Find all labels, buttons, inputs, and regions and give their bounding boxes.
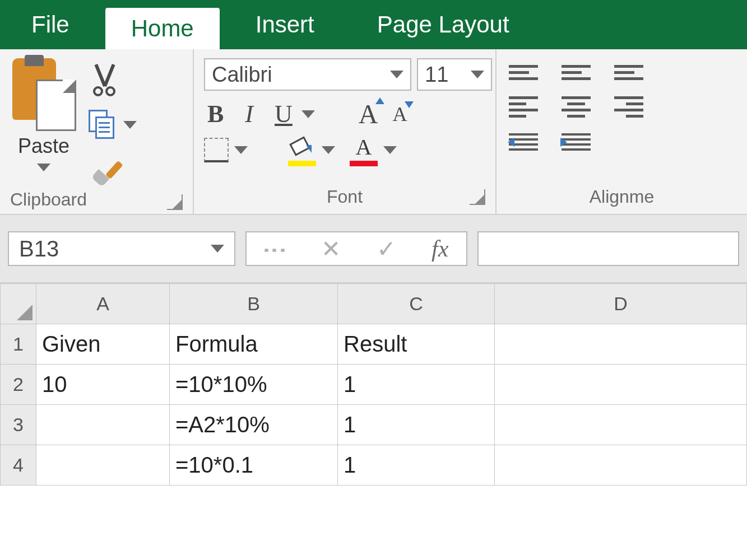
chevron-down-icon[interactable] <box>383 146 397 154</box>
paste-icon <box>10 58 77 131</box>
formula-input[interactable] <box>477 231 739 266</box>
align-middle-button[interactable] <box>562 60 591 84</box>
table-row: 1 Given Formula Result <box>1 324 747 365</box>
paste-button[interactable]: Paste <box>6 53 84 171</box>
cell[interactable] <box>495 324 747 365</box>
worksheet[interactable]: A B C D 1 Given Formula Result 2 10 =10*… <box>0 283 747 486</box>
row-header[interactable]: 2 <box>1 365 36 405</box>
align-left-button[interactable] <box>509 95 538 119</box>
table-row: 2 10 =10*10% 1 <box>1 365 747 405</box>
enter-icon[interactable]: ✓ <box>377 235 396 263</box>
col-header-B[interactable]: B <box>170 284 338 324</box>
increase-font-button[interactable]: A <box>359 99 378 129</box>
group-label: Alignme <box>590 186 655 207</box>
italic-button[interactable]: I <box>242 99 257 129</box>
triangle-icon <box>17 305 33 320</box>
cell[interactable] <box>36 445 170 486</box>
align-center-button[interactable] <box>562 95 591 119</box>
group-font: Calibri 11 B I U A <box>194 49 497 214</box>
dialog-launcher-icon[interactable] <box>470 189 485 205</box>
chevron-down-icon[interactable] <box>471 71 484 78</box>
name-box[interactable]: B13 <box>8 231 235 266</box>
increase-indent-button[interactable] <box>562 130 591 153</box>
cell[interactable]: =10*0.1 <box>170 445 338 486</box>
group-label: Font <box>327 186 363 207</box>
font-name-value: Calibri <box>212 63 272 87</box>
paste-label: Paste <box>18 134 69 158</box>
cell[interactable]: 10 <box>36 365 170 405</box>
row-header[interactable]: 4 <box>1 445 36 486</box>
select-all-corner[interactable] <box>1 284 36 324</box>
row-header[interactable]: 3 <box>1 405 36 445</box>
formula-bar: B13 ⋮ ✕ ✓ fx <box>0 215 747 283</box>
formula-bar-buttons: ⋮ ✕ ✓ fx <box>245 231 467 266</box>
decrease-font-button[interactable]: A <box>392 102 407 126</box>
decrease-indent-button[interactable] <box>509 130 538 153</box>
table-row: 3 =A2*10% 1 <box>1 405 747 445</box>
chevron-down-icon[interactable] <box>301 110 315 118</box>
chevron-down-icon[interactable] <box>390 71 403 78</box>
font-size-value: 11 <box>425 63 448 87</box>
copy-button[interactable] <box>89 110 115 140</box>
fx-icon[interactable]: fx <box>432 235 448 262</box>
tab-file[interactable]: File <box>0 0 101 49</box>
chevron-down-icon[interactable] <box>123 121 137 129</box>
cell[interactable]: 1 <box>338 405 495 445</box>
cell[interactable] <box>495 365 747 405</box>
chevron-down-icon[interactable] <box>37 164 50 171</box>
borders-button[interactable] <box>204 138 229 162</box>
underline-button[interactable]: U <box>271 99 296 129</box>
cell[interactable]: 1 <box>338 445 495 486</box>
bold-button[interactable]: B <box>204 99 227 129</box>
arrow-right-icon <box>560 138 567 147</box>
col-header-A[interactable]: A <box>36 284 170 324</box>
col-header-D[interactable]: D <box>495 284 747 324</box>
arrow-down-icon <box>405 101 414 108</box>
col-header-C[interactable]: C <box>338 284 495 324</box>
ribbon: Paste Cl <box>0 49 747 215</box>
cut-button[interactable] <box>89 63 120 94</box>
arrow-up-icon <box>375 97 384 104</box>
group-alignment: Alignme <box>497 49 747 214</box>
chevron-down-icon[interactable] <box>322 146 335 154</box>
fill-color-button[interactable] <box>288 137 316 163</box>
dialog-launcher-icon[interactable] <box>167 194 183 210</box>
cell[interactable]: =A2*10% <box>170 405 338 445</box>
expand-icon[interactable]: ⋮ <box>261 238 289 259</box>
font-size-combo[interactable]: 11 <box>417 58 492 91</box>
font-name-combo[interactable]: Calibri <box>204 58 411 91</box>
format-painter-button[interactable] <box>89 156 120 187</box>
align-top-button[interactable] <box>509 60 538 84</box>
cancel-icon[interactable]: ✕ <box>321 235 341 263</box>
name-box-value: B13 <box>19 236 59 262</box>
ribbon-tabs: File Home Insert Page Layout <box>0 0 747 49</box>
cell[interactable]: Formula <box>170 324 338 365</box>
table-row: 4 =10*0.1 1 <box>1 445 747 486</box>
row-header[interactable]: 1 <box>1 324 36 365</box>
align-bottom-button[interactable] <box>614 60 643 84</box>
tab-page-layout[interactable]: Page Layout <box>346 0 541 49</box>
font-color-button[interactable]: A <box>350 137 378 163</box>
chevron-down-icon[interactable] <box>234 146 248 154</box>
cell[interactable]: =10*10% <box>170 365 338 405</box>
cell[interactable] <box>495 445 747 486</box>
group-label: Clipboard <box>10 189 87 210</box>
cell[interactable] <box>36 405 170 445</box>
cell[interactable]: Given <box>36 324 170 365</box>
arrow-left-icon <box>508 138 514 147</box>
cell[interactable]: Result <box>338 324 495 365</box>
group-clipboard: Paste Cl <box>0 49 194 214</box>
align-right-button[interactable] <box>614 95 643 119</box>
chevron-down-icon[interactable] <box>211 245 224 253</box>
cell[interactable]: 1 <box>338 365 495 405</box>
tab-insert[interactable]: Insert <box>224 0 346 49</box>
tab-home[interactable]: Home <box>105 8 220 49</box>
cell[interactable] <box>495 405 747 445</box>
